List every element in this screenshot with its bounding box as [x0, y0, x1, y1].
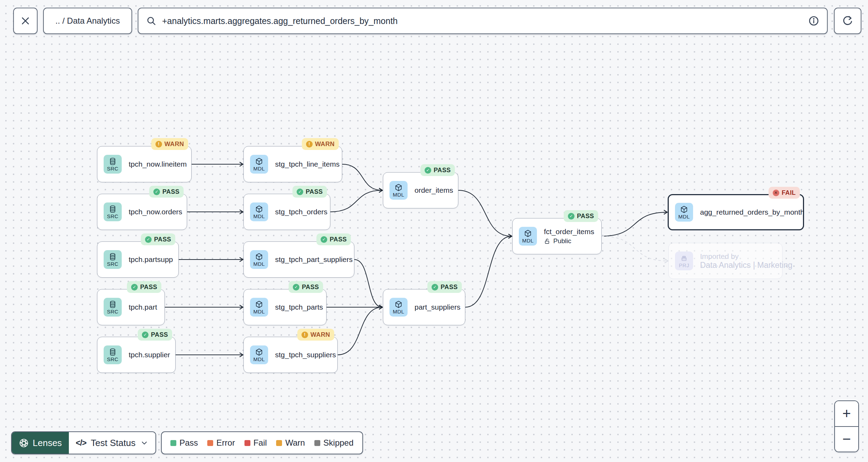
database-icon: SRC	[104, 155, 122, 174]
node-info: stg_tpch_line_items	[275, 160, 334, 168]
node-label: tpch.supplier	[129, 351, 168, 359]
node-info: part_suppliers	[415, 303, 457, 311]
model-cube-icon: MDL	[519, 227, 537, 246]
status-badge-warn: !WARN	[297, 329, 334, 341]
legend-label: Pass	[179, 438, 198, 448]
database-icon: SRC	[104, 250, 122, 269]
graph-node-stg-tpch-orders[interactable]: ✓PASSMDLstg_tpch_orders	[243, 194, 330, 230]
legend-label: Error	[216, 438, 235, 448]
refresh-button[interactable]	[834, 8, 861, 34]
edge-fct_order_items-to-agg_returned	[602, 212, 667, 236]
test-status-legend: PassErrorFailWarnSkipped	[161, 431, 363, 454]
graph-node-stg-tpch-parts[interactable]: ✓PASSMDLstg_tpch_parts	[243, 289, 327, 325]
database-icon: SRC	[104, 202, 122, 221]
legend-swatch-skipped	[314, 440, 320, 446]
node-info: agg_returned_orders_by_month	[700, 208, 795, 216]
aperture-icon	[19, 438, 29, 448]
node-label: stg_tpch_line_items	[275, 160, 334, 168]
status-dot-icon: ✓	[153, 189, 160, 195]
edge-part_suppliers-to-fct_order_items	[465, 236, 512, 307]
lenses-label: Lenses	[33, 438, 62, 448]
close-icon	[20, 16, 31, 26]
node-access: Public	[544, 237, 594, 245]
edge-stg_orders-to-order_items	[330, 190, 382, 212]
refresh-icon	[842, 15, 854, 27]
node-label: stg_tpch_part_suppliers	[275, 255, 346, 264]
node-label: Data Analytics | Marketing	[700, 261, 774, 270]
graph-node-part-suppliers[interactable]: ✓PASSMDLpart_suppliers	[383, 289, 465, 325]
edge-order_items-to-fct_order_items	[458, 190, 512, 236]
node-info: Imported byData Analytics | Marketing	[700, 252, 774, 270]
graph-node-tpch-now-lineitem[interactable]: !WARNSRCtpch_now.lineitem	[97, 146, 192, 182]
model-cube-icon: MDL	[389, 298, 408, 317]
node-info: tpch.part	[129, 303, 157, 311]
graph-node-stg-tpch-line-items[interactable]: !WARNMDLstg_tpch_line_items	[243, 146, 342, 182]
graph-node-tpch-supplier[interactable]: ✓PASSSRCtpch.supplier	[97, 337, 176, 373]
status-badge-pass: ✓PASS	[127, 281, 161, 293]
legend-swatch-pass	[170, 440, 176, 446]
lens-selector-label: Test Status	[91, 438, 136, 448]
node-info: stg_tpch_parts	[275, 303, 319, 311]
node-label: stg_tpch_suppliers	[275, 351, 330, 359]
status-dot-icon: ✓	[432, 284, 438, 290]
graph-node-agg-returned-orders-by-month[interactable]: ✕FAILMDLagg_returned_orders_by_month	[668, 194, 804, 230]
graph-node-stg-tpch-part-suppliers[interactable]: ✓PASSMDLstg_tpch_part_suppliers	[243, 241, 354, 278]
node-label: tpch_now.lineitem	[129, 160, 184, 168]
lineage-canvas[interactable]: !WARNSRCtpch_now.lineitem!WARNMDLstg_tpc…	[0, 0, 868, 462]
node-info: tpch.supplier	[129, 351, 168, 359]
node-info: fct_order_itemsPublic	[544, 228, 594, 245]
edge-stg_suppliers-to-part_suppliers	[338, 307, 382, 355]
lenses-button[interactable]: Lenses	[12, 432, 69, 454]
legend-item-skipped: Skipped	[314, 438, 354, 448]
graph-node-tpch-now-orders[interactable]: ✓PASSSRCtpch_now.orders	[97, 194, 187, 230]
graph-node-tpch-partsupp[interactable]: ✓PASSSRCtpch.partsupp	[97, 241, 179, 278]
legend-label: Fail	[254, 438, 267, 448]
node-label: part_suppliers	[415, 303, 457, 311]
graph-node-fct-order-items[interactable]: ✓PASSMDLfct_order_itemsPublic	[512, 218, 602, 254]
breadcrumb[interactable]: .. / Data Analytics	[43, 8, 132, 34]
node-label: fct_order_items	[544, 228, 594, 236]
status-badge-pass: ✓PASS	[292, 186, 327, 198]
status-dot-icon: !	[302, 332, 308, 338]
graph-node-data-analytics-marketing[interactable]: PRJImported byData Analytics | Marketing	[668, 243, 782, 279]
database-icon: SRC	[104, 345, 122, 364]
status-dot-icon: ✓	[145, 236, 152, 243]
graph-node-stg-tpch-suppliers[interactable]: !WARNMDLstg_tpch_suppliers	[243, 337, 338, 373]
status-dot-icon: ✓	[568, 213, 574, 220]
legend-item-error: Error	[207, 438, 235, 448]
toolbar: .. / Data Analytics	[0, 0, 868, 45]
legend-item-warn: Warn	[276, 438, 305, 448]
edge-stg_line_items-to-order_items	[342, 164, 382, 190]
node-info: stg_tpch_part_suppliers	[275, 255, 346, 264]
node-label: tpch.part	[129, 303, 157, 311]
close-button[interactable]	[13, 8, 38, 34]
zoom-in-button[interactable]: +	[835, 401, 858, 426]
node-info: stg_tpch_suppliers	[275, 351, 330, 359]
node-label: agg_returned_orders_by_month	[700, 208, 795, 216]
zoom-out-button[interactable]: −	[835, 427, 858, 452]
node-label: stg_tpch_orders	[275, 208, 322, 216]
access-label: Public	[553, 237, 571, 245]
info-icon[interactable]	[808, 15, 819, 26]
node-label: stg_tpch_parts	[275, 303, 319, 311]
status-badge-pass: ✓PASS	[427, 281, 462, 293]
legend-swatch-warn	[276, 440, 282, 446]
node-info: tpch_now.lineitem	[129, 160, 184, 168]
lens-selector[interactable]: </> Test Status	[69, 432, 155, 454]
status-dot-icon: ✓	[293, 284, 299, 290]
model-cube-icon: MDL	[389, 181, 408, 200]
search-input[interactable]	[161, 16, 803, 26]
search-box	[138, 8, 828, 34]
node-info: tpch.partsupp	[129, 255, 171, 264]
status-dot-icon: ✕	[773, 190, 779, 196]
status-badge-pass: ✓PASS	[138, 329, 172, 341]
edge-layer	[0, 0, 868, 462]
code-icon: </>	[76, 438, 86, 448]
model-cube-icon: MDL	[250, 250, 268, 269]
graph-node-tpch-part[interactable]: ✓PASSSRCtpch.part	[97, 289, 165, 325]
graph-node-order-items[interactable]: ✓PASSMDLorder_items	[383, 172, 458, 208]
status-dot-icon: ✓	[297, 189, 303, 195]
model-cube-icon: MDL	[250, 202, 268, 221]
lenses-control: Lenses </> Test Status	[11, 431, 156, 454]
legend-item-fail: Fail	[244, 438, 267, 448]
